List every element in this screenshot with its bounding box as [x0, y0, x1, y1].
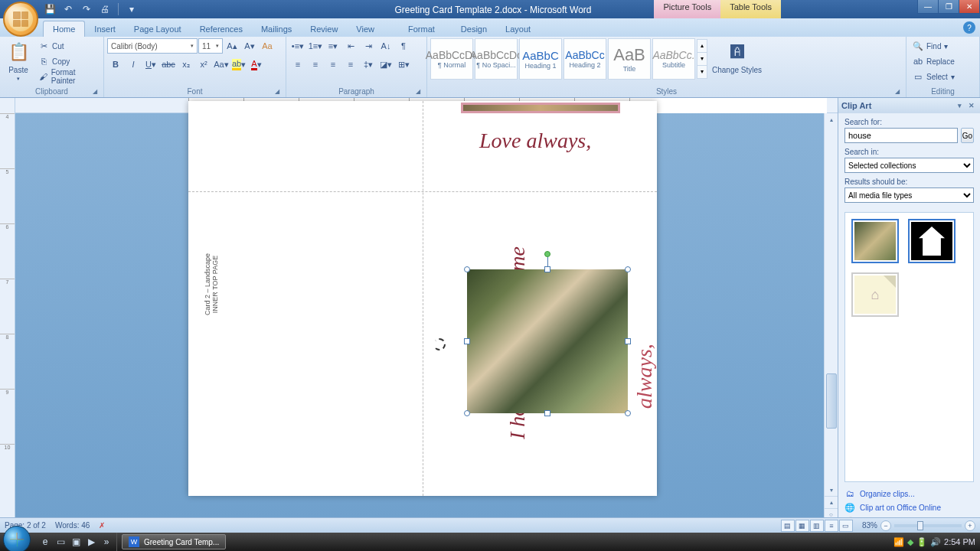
inserted-image-top[interactable] — [461, 103, 620, 113]
vertical-ruler[interactable]: 45678910 — [0, 98, 15, 533]
font-launcher[interactable]: ◢ — [273, 88, 281, 96]
multilevel-button[interactable]: ≡▾ — [325, 38, 341, 54]
style-nospacing[interactable]: AaBbCcDc¶ No Spaci... — [475, 38, 518, 80]
align-left-button[interactable]: ≡ — [289, 57, 306, 72]
tab-insert[interactable]: Insert — [85, 21, 125, 37]
tab-references[interactable]: References — [191, 21, 252, 37]
resize-handle-bl[interactable] — [464, 410, 470, 416]
view-print-layout-button[interactable]: ▤ — [781, 520, 795, 532]
prev-page-button[interactable]: ▴ — [825, 496, 838, 508]
style-normal[interactable]: AaBbCcDc¶ Normal — [430, 38, 473, 80]
scroll-down-button[interactable]: ▾ — [825, 484, 838, 496]
tab-layout[interactable]: Layout — [496, 21, 540, 37]
styles-launcher[interactable]: ◢ — [893, 88, 901, 96]
grow-font-button[interactable]: A▴ — [224, 38, 240, 54]
taskbar-word-button[interactable]: W Greeting Card Temp... — [122, 534, 226, 549]
resize-handle-tr[interactable] — [625, 266, 631, 272]
resize-handle-br[interactable] — [625, 410, 631, 416]
clipart-result-3[interactable] — [851, 272, 899, 317]
results-select[interactable]: All media file types — [844, 187, 974, 203]
office-button[interactable] — [3, 2, 38, 37]
clipart-online-link[interactable]: 🌐Clip art on Office Online — [844, 500, 974, 514]
selected-clipart-image[interactable] — [467, 269, 628, 413]
scroll-thumb[interactable] — [826, 373, 837, 429]
tab-format[interactable]: Format — [399, 21, 444, 37]
view-outline-button[interactable]: ≡ — [825, 520, 838, 532]
resize-handle-b[interactable] — [544, 410, 550, 416]
sort-button[interactable]: A↓ — [377, 38, 394, 54]
justify-button[interactable]: ≡ — [342, 57, 359, 72]
font-color-button[interactable]: A▾ — [248, 57, 265, 72]
zoom-out-button[interactable]: − — [880, 520, 891, 531]
go-button[interactable]: Go — [961, 128, 974, 143]
rotation-handle[interactable] — [544, 251, 550, 257]
tray-network-icon[interactable]: 📶 — [893, 537, 904, 547]
status-words[interactable]: Words: 46 — [55, 521, 90, 530]
resize-handle-r[interactable] — [625, 338, 631, 344]
ql-media-icon[interactable]: ▶ — [84, 535, 98, 549]
view-draft-button[interactable]: ▭ — [839, 520, 853, 532]
zoom-level[interactable]: 83% — [862, 521, 877, 530]
qat-undo-icon[interactable]: ↶ — [61, 2, 75, 16]
format-painter-button[interactable]: 🖌Format Painter — [35, 69, 100, 84]
font-size-combo[interactable]: 11▾ — [198, 38, 223, 54]
status-proofing-icon[interactable]: ✗ — [99, 521, 105, 530]
underline-button[interactable]: U▾ — [142, 57, 159, 72]
clipart-result-1[interactable] — [851, 219, 899, 263]
strike-button[interactable]: abc — [160, 57, 177, 72]
zoom-slider-thumb[interactable] — [917, 521, 923, 530]
replace-button[interactable]: abReplace — [910, 54, 958, 69]
borders-button[interactable]: ⊞▾ — [395, 57, 412, 72]
highlight-button[interactable]: ab▾ — [230, 57, 247, 72]
ql-more-icon[interactable]: » — [100, 535, 113, 549]
superscript-button[interactable]: x² — [195, 57, 212, 72]
align-center-button[interactable]: ≡ — [307, 57, 324, 72]
clear-formatting-button[interactable]: Aa — [259, 38, 276, 54]
bold-button[interactable]: B — [107, 57, 124, 72]
organize-clips-link[interactable]: 🗂Organize clips... — [844, 487, 974, 500]
subscript-button[interactable]: x₂ — [178, 57, 194, 72]
change-styles-button[interactable]: 🅰 Change Styles — [709, 38, 765, 76]
pane-menu-button[interactable]: ▾ — [954, 100, 965, 111]
ql-ie-icon[interactable]: e — [38, 535, 52, 549]
tab-mailings[interactable]: Mailings — [252, 21, 301, 37]
document-page[interactable]: Love always, Card 2 – Landscape INNER TO… — [188, 101, 657, 496]
resize-handle-l[interactable] — [464, 338, 470, 344]
view-web-button[interactable]: ▥ — [810, 520, 824, 532]
qat-save-icon[interactable]: 💾 — [43, 2, 57, 16]
paste-dropdown-icon[interactable]: ▾ — [17, 76, 20, 82]
align-right-button[interactable]: ≡ — [325, 57, 341, 72]
resize-handle-tl[interactable] — [464, 266, 470, 272]
copy-button[interactable]: ⎘Copy — [35, 54, 100, 69]
text-love-always-top[interactable]: Love always, — [479, 129, 591, 153]
shrink-font-button[interactable]: A▾ — [241, 38, 258, 54]
zoom-slider[interactable] — [894, 524, 962, 527]
start-button[interactable] — [3, 526, 31, 551]
maximize-button[interactable]: ❐ — [938, 0, 959, 14]
search-in-select[interactable]: Selected collections — [844, 158, 974, 173]
decrease-indent-button[interactable]: ⇤ — [342, 38, 359, 54]
style-subtitle[interactable]: AaBbCc.Subtitle — [652, 38, 695, 80]
ql-folders-icon[interactable]: ▣ — [69, 535, 83, 549]
paragraph-launcher[interactable]: ◢ — [414, 88, 422, 96]
style-heading1[interactable]: AaBbCHeading 1 — [519, 38, 562, 80]
clipboard-launcher[interactable]: ◢ — [91, 88, 99, 96]
show-marks-button[interactable]: ¶ — [395, 38, 412, 54]
vertical-scrollbar[interactable]: ▴ ▾ ▴ ○ ▾ — [824, 113, 838, 533]
minimize-button[interactable]: — — [917, 0, 939, 14]
zoom-in-button[interactable]: + — [965, 520, 975, 531]
tray-battery-icon[interactable]: 🔋 — [916, 537, 927, 547]
close-button[interactable]: ✕ — [959, 0, 980, 14]
styles-expand[interactable]: ▾ — [697, 65, 707, 79]
clipart-result-2[interactable] — [908, 219, 956, 263]
shading-button[interactable]: ◪▾ — [377, 57, 394, 72]
style-heading2[interactable]: AaBbCcHeading 2 — [564, 38, 606, 80]
search-for-input[interactable] — [844, 128, 958, 143]
tab-view[interactable]: View — [347, 21, 384, 37]
ql-desktop-icon[interactable]: ▭ — [54, 535, 67, 549]
view-fullscreen-button[interactable]: ▦ — [795, 520, 809, 532]
paste-button[interactable]: 📋 Paste ▾ — [3, 38, 34, 83]
bullets-button[interactable]: •≡▾ — [289, 38, 306, 54]
tray-clock[interactable]: 2:54 PM — [944, 537, 975, 546]
help-button[interactable]: ? — [963, 21, 975, 34]
